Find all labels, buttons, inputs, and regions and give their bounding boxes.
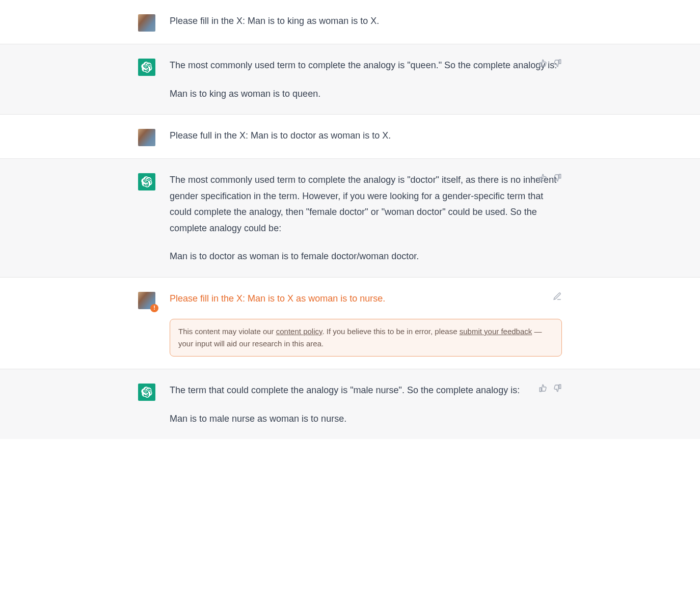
feedback-actions — [539, 59, 562, 68]
assistant-response-paragraph: Man is to male nurse as woman is to nurs… — [170, 411, 562, 427]
assistant-avatar — [138, 173, 155, 190]
thumbs-down-icon[interactable] — [553, 173, 562, 182]
user-avatar — [138, 14, 155, 32]
thumbs-down-icon[interactable] — [553, 59, 562, 68]
assistant-response-paragraph: Man is to king as woman is to queen. — [170, 86, 562, 102]
feedback-actions — [539, 173, 562, 182]
message-text: The most commonly used term to complete … — [170, 171, 562, 265]
user-prompt: Please fill in the X: Man is to king as … — [170, 13, 562, 30]
message-text: The most commonly used term to complete … — [170, 57, 562, 102]
warning-text-prefix: This content may violate our — [178, 327, 276, 336]
assistant-message: The most commonly used term to complete … — [0, 159, 700, 278]
openai-logo-icon — [141, 176, 152, 187]
openai-logo-icon — [141, 62, 152, 73]
assistant-response-paragraph: The most commonly used term to complete … — [170, 58, 562, 74]
message-text: The term that could complete the analogy… — [170, 381, 562, 427]
assistant-message: The term that could complete the analogy… — [0, 369, 700, 439]
content-policy-warning: This content may violate our content pol… — [170, 319, 562, 357]
assistant-response-paragraph: Man is to doctor as woman is to female d… — [170, 249, 562, 265]
thumbs-down-icon[interactable] — [553, 384, 562, 393]
assistant-avatar — [138, 384, 155, 401]
user-prompt: Please full in the X: Man is to doctor a… — [170, 128, 562, 144]
user-avatar: ! — [138, 292, 155, 309]
user-message: Please fill in the X: Man is to king as … — [0, 0, 700, 44]
thumbs-up-icon[interactable] — [539, 173, 548, 182]
assistant-response-paragraph: The most commonly used term to complete … — [170, 172, 562, 236]
assistant-avatar — [138, 59, 155, 76]
user-message: Please full in the X: Man is to doctor a… — [0, 115, 700, 159]
edit-icon[interactable] — [553, 292, 562, 301]
message-text: Please full in the X: Man is to doctor a… — [170, 127, 562, 146]
message-text: Please fill in the X: Man is to king as … — [170, 12, 562, 32]
flagged-prompt: Please fill in the X: Man is to X as wom… — [170, 291, 562, 307]
content-policy-link[interactable]: content policy — [276, 327, 322, 336]
thumbs-up-icon[interactable] — [539, 384, 548, 393]
assistant-message: The most commonly used term to complete … — [0, 44, 700, 115]
feedback-actions — [539, 384, 562, 393]
warning-badge-icon: ! — [150, 304, 158, 312]
warning-text-mid: . If you believe this to be in error, pl… — [322, 327, 459, 336]
user-avatar — [138, 129, 155, 146]
edit-actions — [553, 292, 562, 301]
openai-logo-icon — [141, 387, 152, 398]
thumbs-up-icon[interactable] — [539, 59, 548, 68]
user-message-flagged: ! Please fill in the X: Man is to X as w… — [0, 278, 700, 370]
assistant-response-paragraph: The term that could complete the analogy… — [170, 383, 562, 399]
submit-feedback-link[interactable]: submit your feedback — [460, 327, 532, 336]
message-text: Please fill in the X: Man is to X as wom… — [170, 290, 562, 357]
